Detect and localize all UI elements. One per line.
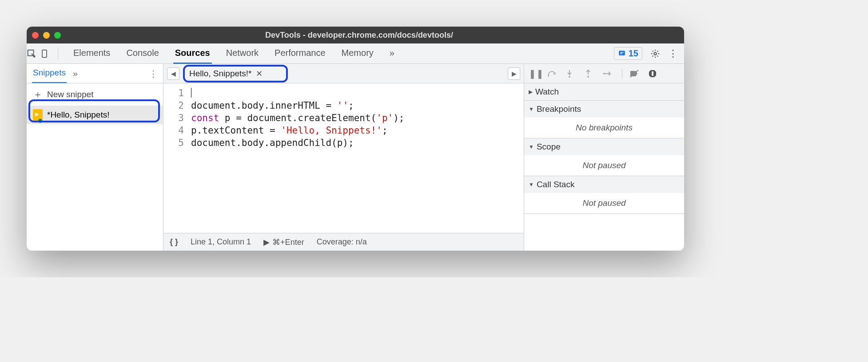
line-gutter: 12345 [163, 83, 188, 233]
divider [622, 69, 622, 79]
snippet-list-item[interactable]: *Hello, Snippets! [27, 106, 163, 124]
svg-rect-3 [620, 52, 624, 53]
watch-label: Watch [535, 87, 559, 97]
svg-rect-4 [620, 53, 622, 54]
svg-rect-2 [619, 51, 625, 55]
svg-rect-1 [42, 50, 47, 57]
editor-nav-prev-icon[interactable]: ◀ [167, 67, 179, 80]
window-titlebar: DevTools - developer.chrome.com/docs/dev… [27, 27, 684, 43]
debugger-sidebar: ❚❚ ▶Watch ▼Breakpoints No breakpoints ▼S… [524, 64, 684, 251]
tab-memory[interactable]: Memory [340, 43, 375, 64]
tab-performance[interactable]: Performance [273, 43, 327, 64]
tab-elements[interactable]: Elements [72, 43, 112, 64]
cursor-position: Line 1, Column 1 [191, 237, 251, 247]
more-options-icon[interactable]: ⋮ [668, 48, 678, 59]
plus-icon: ＋ [33, 88, 43, 101]
play-icon: ▶ [263, 237, 270, 247]
modified-dot-icon [38, 119, 42, 123]
traffic-lights [32, 32, 61, 39]
breakpoints-section-header[interactable]: ▼Breakpoints [524, 101, 684, 118]
step-into-icon[interactable] [566, 69, 577, 78]
issues-count: 15 [629, 48, 638, 59]
step-over-icon[interactable] [547, 70, 559, 78]
callstack-section-header[interactable]: ▼Call Stack [524, 176, 684, 193]
breakpoints-body: No breakpoints [524, 118, 684, 138]
tabs-overflow-button[interactable]: » [388, 43, 396, 64]
run-shortcut: ⌘+Enter [272, 237, 304, 247]
svg-point-5 [654, 52, 657, 55]
close-tab-icon[interactable]: ✕ [256, 69, 263, 79]
tab-console[interactable]: Console [124, 43, 160, 64]
deactivate-breakpoints-icon[interactable] [629, 69, 641, 78]
main-toolbar: Elements Console Sources Network Perform… [27, 43, 684, 64]
pause-on-exceptions-icon[interactable] [648, 69, 660, 78]
scope-body: Not paused [524, 155, 684, 176]
snippet-item-label: *Hello, Snippets! [47, 110, 109, 120]
new-snippet-button[interactable]: ＋ New snippet [27, 83, 163, 106]
scope-section-header[interactable]: ▼Scope [524, 138, 684, 155]
step-out-icon[interactable] [585, 69, 596, 78]
editor-tab-label: Hello, Snippets!* [189, 69, 251, 79]
zoom-window-button[interactable] [54, 32, 61, 39]
svg-point-7 [569, 76, 570, 78]
editor-statusbar: { } Line 1, Column 1 ▶ ⌘+Enter Coverage:… [163, 233, 524, 251]
new-snippet-label: New snippet [47, 90, 94, 99]
window-title: DevTools - developer.chrome.com/docs/dev… [61, 31, 679, 40]
devtools-window: DevTools - developer.chrome.com/docs/dev… [27, 27, 684, 251]
editor-nav-next-icon[interactable]: ▶ [508, 67, 520, 80]
svg-rect-11 [652, 71, 653, 76]
editor-panel: ◀ Hello, Snippets!* ✕ ▶ 12345 document.b… [163, 64, 524, 251]
breakpoints-label: Breakpoints [537, 104, 581, 114]
code-editor[interactable]: 12345 document.body.innerHTML = ''; cons… [163, 83, 524, 233]
editor-tabbar: ◀ Hello, Snippets!* ✕ ▶ [163, 64, 524, 83]
svg-point-8 [587, 76, 589, 78]
pause-icon[interactable]: ❚❚ [529, 68, 540, 79]
tab-sources[interactable]: Sources [173, 43, 212, 64]
scope-label: Scope [537, 142, 561, 152]
main-content: Snippets » ⋮ ＋ New snippet *Hello, Snipp… [27, 64, 684, 251]
code-content: document.body.innerHTML = ''; const p = … [188, 83, 404, 233]
watch-section-header[interactable]: ▶Watch [524, 83, 684, 100]
navigator-tabs: Snippets » ⋮ [27, 64, 163, 83]
divider [58, 48, 58, 59]
close-window-button[interactable] [32, 32, 39, 39]
navigator-sidebar: Snippets » ⋮ ＋ New snippet *Hello, Snipp… [27, 64, 163, 251]
navigator-more-icon[interactable]: ⋮ [149, 68, 158, 79]
tab-network[interactable]: Network [224, 43, 260, 64]
svg-point-6 [548, 75, 549, 76]
navigator-tabs-overflow[interactable]: » [73, 69, 78, 79]
debugger-toolbar: ❚❚ [524, 64, 684, 83]
editor-file-tab[interactable]: Hello, Snippets!* ✕ [184, 67, 268, 80]
inspect-element-icon[interactable] [27, 49, 40, 59]
chevron-down-icon: ▼ [529, 106, 534, 112]
coverage-status: Coverage: n/a [317, 237, 367, 247]
pretty-print-icon[interactable]: { } [170, 237, 178, 247]
minimize-window-button[interactable] [43, 32, 50, 39]
chevron-right-icon: ▶ [529, 89, 533, 95]
panel-tabs: Elements Console Sources Network Perform… [72, 43, 396, 64]
device-toolbar-icon[interactable] [40, 49, 53, 59]
callstack-label: Call Stack [537, 180, 575, 189]
chevron-down-icon: ▼ [529, 144, 534, 150]
chevron-down-icon: ▼ [529, 181, 534, 188]
settings-icon[interactable] [650, 49, 660, 59]
run-snippet-button[interactable]: ▶ ⌘+Enter [263, 237, 304, 247]
callstack-body: Not paused [524, 193, 684, 213]
step-icon[interactable] [603, 70, 615, 77]
snippets-tab[interactable]: Snippets [32, 64, 67, 83]
issues-icon [618, 50, 626, 58]
issues-button[interactable]: 15 [614, 47, 642, 60]
svg-point-9 [603, 73, 605, 75]
